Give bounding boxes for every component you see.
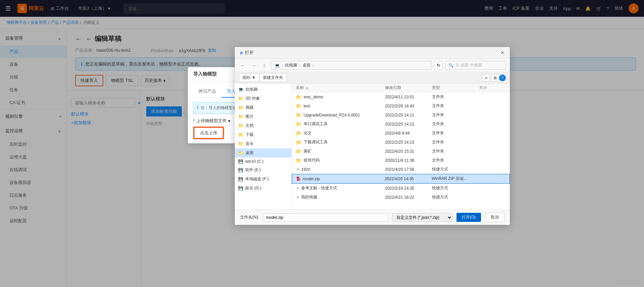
file-date: 2021/4/20 17:58 [385,167,432,172]
fd-back-button[interactable]: ← [239,61,247,69]
col-date[interactable]: 修改日期 [385,85,432,91]
file-dialog-titlebar: e 打开 ✕ [235,47,510,59]
file-name: ↗参考文献 - 快捷方式 [296,185,385,191]
folder-icon: 📁 [238,132,244,137]
fd-up-button[interactable]: ↑ [260,61,268,69]
tree-item-mypc[interactable]: 💻 此电脑 [235,85,291,94]
fd-second-toolbar: 组织 ▼ 新建文件夹 ≡ ⊞ ? [235,72,510,84]
folder-icon: 📁 [296,122,302,127]
file-list-item[interactable]: 📁smc_demo 2022/4/11 13:51 文件夹 [292,92,510,101]
file-type: 文件夹 [432,139,479,145]
tree-item-g-drive[interactable]: 💾 娱乐 (G:) [235,184,291,193]
folder-icon: 📁 [238,105,244,110]
fd-organize-button[interactable]: 组织 ▼ [239,74,259,82]
file-type: 文件夹 [432,103,479,109]
file-date: 2022/4/8 9:44 [385,131,432,136]
file-type: 文件夹 [432,121,479,127]
file-list: 名称 ▲ 修改日期 类型 大小 📁smc_demo 2022/4/11 13:5… [292,84,510,209]
file-date: 2020/11/4 11:38 [385,158,432,163]
file-type: WinRAR ZIP 压缩... [432,176,479,182]
file-list-item[interactable]: 📁串口调试工具 2022/2/25 14:13 文件夹 [292,119,510,129]
file-list-item[interactable]: ↗我的电脑 2022/4/21 16:22 快捷方式 [292,193,510,202]
upload-button[interactable]: 点击上传 [194,127,223,139]
file-name: 📁论文 [296,130,385,136]
file-name: 📁祖传代码 [296,157,385,163]
folder-icon: 📁 [238,123,244,128]
folder-icon: 📁 [238,114,244,119]
fd-refresh-button[interactable]: ↻ [434,61,443,70]
fd-path-part-desktop[interactable]: 桌面 [303,62,311,68]
file-open-dialog: e 打开 ✕ ← → ↑ 💻 › 此电脑 › 桌面 › ↻ 🔍 在 桌面 中搜索… [235,47,510,225]
disk-icon: 💾 [238,168,243,173]
file-name: ↗我的电脑 [296,194,385,200]
fd-path-computer-icon: 💻 [275,63,280,68]
file-type: 文件夹 [432,157,479,163]
file-name: ↗1920 [296,167,385,172]
fd-help-button[interactable]: ? [499,75,506,81]
file-tree: 💻 此电脑 📁 3D 对象 📁 视频 📁 图片 📁 文档 📁 下载 [235,84,292,209]
fd-forward-button[interactable]: → [250,61,258,69]
disk-icon: 💾 [238,186,243,191]
file-name: 📁下载调试工具 [296,139,385,145]
file-dialog-close-button[interactable]: ✕ [500,50,504,55]
file-list-item[interactable]: 📁test 2022/2/28 14:43 文件夹 [292,101,510,110]
fd-cancel-button[interactable]: 取消 [485,212,504,222]
shortcut-icon: ↗ [296,167,299,172]
file-list-rows: 📁smc_demo 2022/4/11 13:51 文件夹 📁test 2022… [292,92,510,202]
edge-browser-icon: e [240,50,243,55]
file-type: 文件夹 [432,112,479,118]
col-name[interactable]: 名称 ▲ [296,85,385,91]
tab-copy-product[interactable]: 拷贝产品 [193,86,221,98]
tree-item-music[interactable]: 📁 音乐 [235,139,291,148]
fd-open-button[interactable]: 打开(O) [457,213,481,222]
folder-icon: 📁 [296,149,302,154]
col-size[interactable]: 大小 [479,85,506,91]
tree-item-video[interactable]: 📁 视频 [235,103,291,112]
tree-item-downloads[interactable]: 📁 下载 [235,130,291,139]
disk-icon: 💾 [238,177,243,182]
info-icon-small: ℹ [197,105,199,110]
filename-input[interactable] [263,213,388,222]
file-dialog-nav-toolbar: ← → ↑ 💻 › 此电脑 › 桌面 › ↻ 🔍 在 桌面 中搜索 [235,59,510,72]
fd-path-part-pc[interactable]: 此电脑 [285,62,297,68]
file-list-item[interactable]: 📁下载调试工具 2022/2/25 14:13 文件夹 [292,138,510,147]
file-list-item[interactable]: 📁祖传代码 2020/11/4 11:38 文件夹 [292,156,510,165]
folder-icon: 📁 [238,141,244,146]
watermark: CSDN@智云服 [616,279,641,284]
folder-icon: 📁 [238,96,244,101]
file-dialog-footer: 文件名(N): 自定义文件 (*.json;*.zip) 打开(O) 取消 [235,209,510,225]
shortcut-icon: ↗ [296,195,299,200]
folder-icon: 📁 [296,158,302,163]
folder-icon: 📁 [296,131,302,136]
file-date: 2022/4/20 15:31 [385,149,432,154]
tree-item-documents[interactable]: 📁 文档 [235,121,291,130]
tree-item-desktop[interactable]: 📁 桌面 [235,148,291,157]
file-list-item[interactable]: 📁论文 2022/4/8 9:44 文件夹 [292,129,510,138]
file-type: 快捷方式 [432,194,479,200]
tree-item-pictures[interactable]: 📁 图片 [235,112,291,121]
tree-item-f-drive[interactable]: 💾 本地磁盘 (F:) [235,175,291,184]
tree-item-3d[interactable]: 📁 3D 对象 [235,94,291,103]
fd-search-icon: 🔍 [448,63,453,68]
file-date: 2022/4/11 13:51 [385,95,432,99]
col-type[interactable]: 类型 [432,85,479,91]
file-list-item[interactable]: 📁UpgradeDownload_R24.0.0001 2022/2/25 14… [292,110,510,119]
fd-list-view-button[interactable]: ≡ [483,74,490,82]
zip-icon: 🗜 [296,176,301,181]
filetype-select[interactable]: 自定义文件 (*.json;*.zip) [392,213,452,222]
fd-grid-view-button[interactable]: ⊞ [491,74,499,82]
file-list-item[interactable]: ↗1920 2021/4/20 17:58 快捷方式 [292,165,510,174]
tree-item-e-drive[interactable]: 💾 软件 (E:) [235,165,291,175]
file-type: 快捷方式 [432,166,479,172]
fd-new-folder-button[interactable]: 新建文件夹 [259,74,287,82]
file-name: 📁test [296,103,385,109]
file-list-item[interactable]: 📁煤矿 2022/4/20 15:31 文件夹 [292,147,510,156]
file-date: 2022/2/25 14:13 [385,122,432,127]
pc-icon: 💻 [238,87,244,92]
file-list-item[interactable]: ↗参考文献 - 快捷方式 2022/2/18 14:35 快捷方式 [292,184,510,193]
file-date: 2022/2/28 14:43 [385,104,432,108]
tree-item-c-drive[interactable]: 💾 win10 (C:) [235,157,291,165]
file-list-item[interactable]: 🗜model.zip 2022/4/26 14:35 WinRAR ZIP 压缩… [292,174,510,184]
fd-view-buttons: ≡ ⊞ [483,74,499,82]
fd-path-bar: 💻 › 此电脑 › 桌面 › [271,61,431,70]
